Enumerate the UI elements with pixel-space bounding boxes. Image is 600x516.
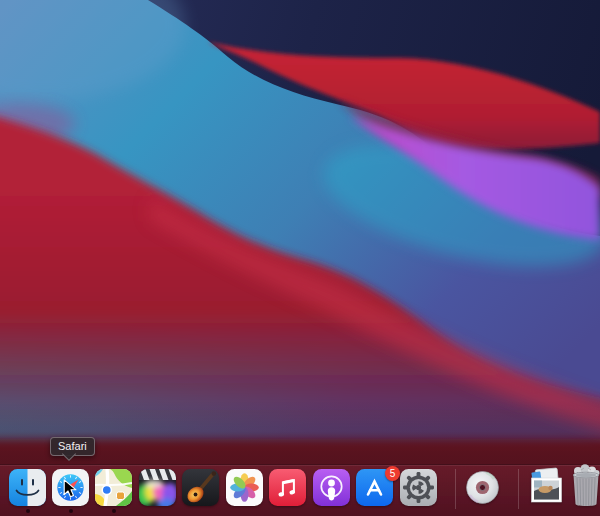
finder-face-icon (9, 469, 46, 506)
dock-separator (518, 469, 519, 509)
photo-thumbnail-icon (528, 467, 565, 507)
dock-separator (455, 469, 456, 509)
color-pinwheel-icon (226, 469, 263, 506)
dock-item-music[interactable] (269, 469, 306, 506)
running-indicator-maps (112, 509, 116, 513)
running-indicator-finder (26, 509, 30, 513)
clapperboard-icon (139, 469, 176, 506)
dock-item-trash[interactable] (569, 464, 600, 506)
tooltip-label: Safari (58, 440, 87, 452)
dock-item-finder[interactable] (9, 469, 46, 506)
app-store-badge: 5 (385, 466, 400, 481)
maps-icon (95, 469, 132, 506)
cd-disc-icon (464, 469, 501, 506)
cursor-arrow-icon (63, 479, 77, 499)
safari-tooltip: Safari (50, 437, 95, 456)
dock-item-maps[interactable] (95, 469, 132, 506)
dock-item-final-cut-pro[interactable] (139, 469, 176, 506)
trash-bin-icon (569, 464, 600, 506)
running-indicator-safari (69, 509, 73, 513)
dock-item-system-preferences[interactable] (400, 469, 437, 506)
dock-item-dvd-media[interactable] (464, 469, 501, 506)
music-note-icon (269, 469, 306, 506)
podcasts-icon (313, 469, 350, 506)
desktop[interactable]: Safari (0, 0, 600, 516)
dock-item-photo-document[interactable] (528, 467, 565, 507)
guitar-icon (182, 469, 219, 506)
dock-item-podcasts[interactable] (313, 469, 350, 506)
gear-icon (400, 469, 437, 506)
dock-item-garageband[interactable] (182, 469, 219, 506)
dock-item-photos[interactable] (226, 469, 263, 506)
